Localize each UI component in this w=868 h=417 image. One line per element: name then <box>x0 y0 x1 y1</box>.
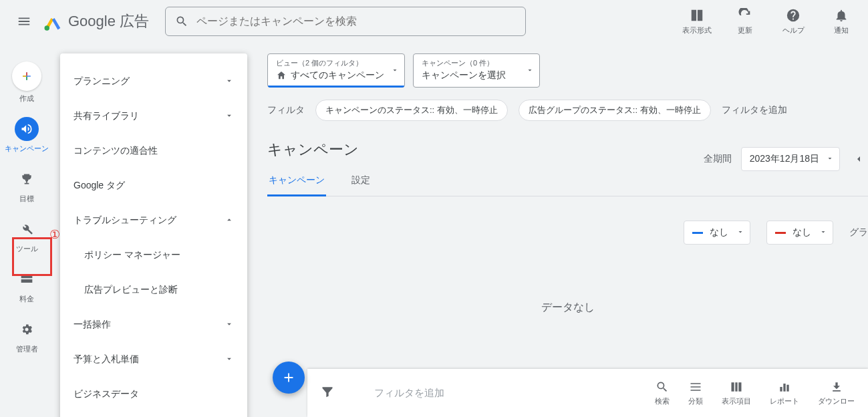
scope-row: ビュー（2 個のフィルタ） すべてのキャンペーン キャンペーン（0 件） キャン… <box>267 53 868 88</box>
flyout-budgets-bidding[interactable]: 予算と入札単価 <box>60 342 247 377</box>
header: Google 広告 表示形式 更新 ヘルプ 通知 <box>0 0 868 43</box>
search-input[interactable] <box>196 15 516 27</box>
flyout-shared-library[interactable]: 共有ライブラリ <box>60 99 247 134</box>
rail-billing[interactable]: 料金 <box>15 267 39 304</box>
flyout-policy-manager[interactable]: ポリシー マネージャー <box>60 238 247 273</box>
hamburger-menu-icon[interactable] <box>11 8 37 35</box>
notifications-button[interactable]: 通知 <box>825 8 857 35</box>
filter-chip-adgroup-status[interactable]: 広告グループのステータス:: 有効、一時停止 <box>519 100 711 121</box>
card-icon <box>15 267 39 291</box>
view-scope-dropdown[interactable]: ビュー（2 個のフィルタ） すべてのキャンペーン <box>267 53 405 88</box>
trophy-icon <box>15 167 39 191</box>
filter-chip-campaign-status[interactable]: キャンペーンのステータス:: 有効、一時停止 <box>315 100 508 121</box>
segment-icon <box>689 380 702 394</box>
help-button[interactable]: ヘルプ <box>777 8 809 35</box>
display-mode-button[interactable]: 表示形式 <box>681 8 713 35</box>
chevron-down-icon <box>391 65 399 77</box>
left-rail: 作成 キャンペーン 目標 ツール 料金 管理者 <box>0 53 53 354</box>
refresh-icon <box>738 8 752 23</box>
chevron-down-icon <box>225 111 234 122</box>
rail-tools[interactable]: ツール <box>15 217 39 254</box>
filter-row: フィルタ キャンペーンのステータス:: 有効、一時停止 広告グループのステータス… <box>267 100 868 121</box>
add-filter-link[interactable]: フィルタを追加 <box>722 104 787 116</box>
search-icon <box>656 380 669 394</box>
filter-label: フィルタ <box>267 104 305 116</box>
flyout-content-suitability[interactable]: コンテンツの適合性 <box>60 134 247 168</box>
rail-create[interactable]: 作成 <box>12 61 41 104</box>
flyout-ad-preview[interactable]: 広告プレビューと診断 <box>60 273 247 307</box>
graph-label: グラ <box>849 227 868 239</box>
flyout-business-data[interactable]: ビジネスデータ <box>60 377 247 412</box>
series-color-blue <box>692 232 703 234</box>
flyout-google-tag[interactable]: Google タグ <box>60 168 247 203</box>
flyout-planning[interactable]: プランニング <box>60 64 247 99</box>
search-action[interactable]: 検索 <box>655 380 670 406</box>
download-action[interactable]: ダウンロー <box>818 380 855 406</box>
add-fab-button[interactable] <box>273 362 305 394</box>
columns-action[interactable]: 表示項目 <box>722 380 751 406</box>
chevron-down-icon <box>225 354 234 366</box>
tab-settings[interactable]: 設定 <box>350 174 372 196</box>
date-row: 全期間 2023年12月18日 <box>704 147 868 171</box>
date-range-label: 全期間 <box>704 153 732 165</box>
gear-icon <box>15 317 39 341</box>
compare-row: なし なし グラ <box>684 221 868 245</box>
header-actions: 表示形式 更新 ヘルプ 通知 <box>681 8 857 35</box>
bell-icon <box>834 8 849 23</box>
chevron-down-icon <box>526 65 534 77</box>
series-color-red <box>775 232 786 234</box>
no-data-label: データなし <box>541 301 595 315</box>
chevron-down-icon <box>826 154 834 164</box>
flyout-bulk-actions[interactable]: 一括操作 <box>60 307 247 342</box>
rail-admin[interactable]: 管理者 <box>15 317 39 354</box>
chevron-down-icon <box>736 227 744 239</box>
filter-funnel-icon[interactable] <box>321 385 334 401</box>
table-actions: 検索 分類 表示項目 レポート ダウンロー <box>655 380 855 406</box>
bottom-toolbar: フィルタを追加 検索 分類 表示項目 レポート ダウンロー <box>307 369 868 417</box>
megaphone-icon <box>15 117 39 141</box>
download-icon <box>830 380 843 394</box>
chevron-down-icon <box>225 319 234 331</box>
campaign-scope-dropdown[interactable]: キャンペーン（0 件） キャンペーンを選択 <box>413 53 540 88</box>
chevron-up-icon <box>225 215 234 227</box>
main-content: ビュー（2 個のフィルタ） すべてのキャンペーン キャンペーン（0 件） キャン… <box>267 53 868 417</box>
svg-point-0 <box>45 25 50 31</box>
tab-campaigns[interactable]: キャンペーン <box>267 174 326 196</box>
search-box[interactable] <box>165 7 526 36</box>
date-prev-button[interactable] <box>849 150 868 168</box>
wrench-icon <box>15 217 39 241</box>
date-picker[interactable]: 2023年12月18日 <box>741 147 840 171</box>
compare-series-2[interactable]: なし <box>766 221 833 245</box>
help-icon <box>786 8 801 23</box>
chevron-down-icon <box>225 76 234 88</box>
home-icon <box>276 70 287 81</box>
plus-icon <box>12 61 41 91</box>
rail-goals[interactable]: 目標 <box>15 167 39 204</box>
columns-icon <box>730 380 743 394</box>
tabs: キャンペーン 設定 <box>267 174 868 196</box>
plus-icon <box>281 370 296 385</box>
report-action[interactable]: レポート <box>770 380 799 406</box>
logo-icon <box>43 11 63 31</box>
logo-text: Google 広告 <box>68 11 149 31</box>
compare-series-1[interactable]: なし <box>684 221 750 245</box>
refresh-button[interactable]: 更新 <box>729 8 761 35</box>
report-icon <box>778 380 791 394</box>
tools-flyout-menu: プランニング 共有ライブラリ コンテンツの適合性 Google タグ トラブルシ… <box>60 53 247 417</box>
annotation-1: ① <box>49 227 60 242</box>
chevron-down-icon <box>819 227 827 239</box>
google-ads-logo[interactable]: Google 広告 <box>43 11 149 31</box>
rail-campaigns[interactable]: キャンペーン <box>5 117 49 154</box>
add-filter-input[interactable]: フィルタを追加 <box>374 387 655 400</box>
segment-action[interactable]: 分類 <box>688 380 703 406</box>
search-icon <box>175 15 188 28</box>
flyout-troubleshooting[interactable]: トラブルシューティング <box>60 203 247 238</box>
layout-icon <box>690 8 704 23</box>
